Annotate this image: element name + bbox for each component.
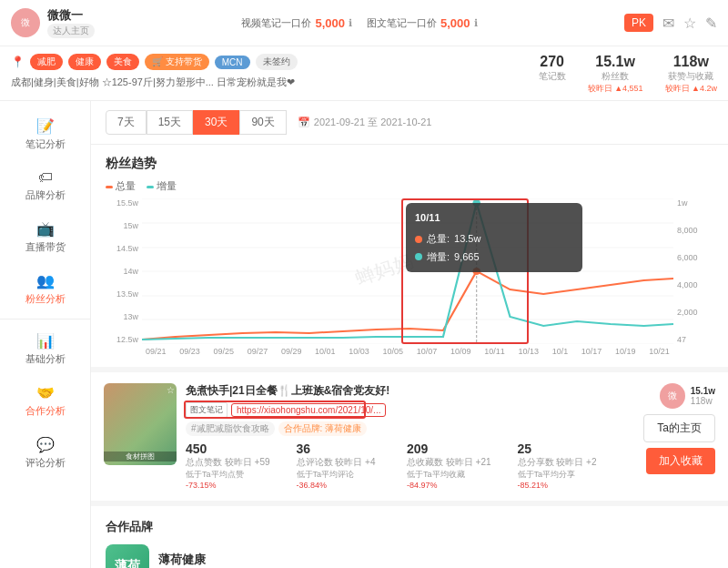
- pk-button[interactable]: PK: [624, 14, 653, 32]
- location-icon: 📍: [11, 56, 25, 68]
- sidebar-item-coop[interactable]: 🤝 合作分析: [0, 375, 90, 427]
- user-badge: 达人主页: [47, 24, 95, 38]
- note-stat-comments: 36 总评论数 较昨日 +4 低于Ta平均评论 -36.84%: [297, 441, 404, 490]
- tooltip-increase-label: 增量:: [427, 248, 450, 267]
- sidebar-fans-label: 粉丝分析: [25, 292, 66, 306]
- tag-food: 美食: [106, 54, 139, 70]
- tag-support: 🛒 支持带货: [145, 54, 209, 70]
- profile-stats: 270 笔记数 15.1w 粉丝数 较昨日 ▲4,551 118w 获赞与收藏 …: [539, 54, 717, 95]
- y-label-7: 12.5w: [106, 335, 138, 344]
- brand-logo-text: 薄荷: [115, 558, 140, 568]
- time-btn-30[interactable]: 30天: [193, 110, 239, 135]
- date-range-text: 2021-09-21 至 2021-10-21: [314, 116, 432, 129]
- stat-fans-label: 粉丝数: [588, 70, 643, 83]
- date-range: 📅 2021-09-21 至 2021-10-21: [298, 116, 432, 129]
- live-icon: 📺: [36, 220, 55, 238]
- chart-legend: 总量 增量: [106, 179, 713, 193]
- tag-mcn: MCN: [215, 56, 250, 69]
- y-label-4: 14w: [106, 267, 138, 276]
- note-card-right: 微 15.1w 118w Ta的主页 加入收藏: [633, 383, 715, 490]
- note-user-fans: 15.1w: [691, 386, 715, 396]
- fans-icon: 👥: [36, 272, 55, 289]
- sidebar-item-live[interactable]: 📺 直播带货: [0, 211, 90, 263]
- note-image: 食材拼图 ☆: [104, 383, 177, 465]
- stat-fans-sub: 较昨日 ▲4,551: [588, 83, 643, 95]
- image-note-label: 图文笔记一口价: [367, 16, 437, 30]
- sidebar-brand-label: 品牌分析: [25, 188, 66, 202]
- stat-collect-val: 118w: [665, 54, 717, 70]
- sidebar-item-notes[interactable]: 📝 笔记分析: [0, 108, 90, 160]
- brand-icon: 🏷: [38, 169, 53, 186]
- sidebar-basic-label: 基础分析: [25, 352, 66, 366]
- tooltip-total-label: 总量:: [427, 230, 450, 248]
- stat-collect-label: 获赞与收藏: [665, 70, 717, 83]
- price-info-area: 视频笔记一口价 5,000 ℹ 图文笔记一口价 5,000 ℹ: [241, 16, 477, 30]
- user-main-page-button[interactable]: Ta的主页: [643, 414, 715, 442]
- note-user-mini: 微 15.1w 118w: [660, 383, 715, 409]
- y-right-2: 8,000: [677, 226, 713, 235]
- profile-left: 📍 减肥 健康 美食 🛒 支持带货 MCN 未签约 成都|健身|美食|好物 ☆1…: [11, 54, 298, 89]
- video-note-price-box: 视频笔记一口价 5,000 ℹ: [241, 16, 352, 30]
- top-bar: 微 微微一 达人主页 视频笔记一口价 5,000 ℹ 图文笔记一口价 5,000…: [0, 0, 728, 46]
- image-note-info-icon[interactable]: ℹ: [474, 17, 478, 29]
- sidebar-item-comment[interactable]: 💬 评论分析: [0, 427, 90, 479]
- tooltip-date: 10/11: [415, 209, 573, 228]
- add-to-favorites-button[interactable]: 加入收藏: [646, 448, 715, 474]
- note-tag-brand: 合作品牌: 薄荷健康: [278, 421, 368, 436]
- stat-collect-sub: 较昨日 ▲4.2w: [665, 83, 717, 95]
- note-tag-diet: #减肥减脂饮食攻略: [186, 421, 275, 436]
- stat-fans: 15.1w 粉丝数 较昨日 ▲4,551: [588, 54, 643, 95]
- sidebar-item-basic[interactable]: 📊 基础分析: [0, 323, 90, 375]
- time-filter: 7天 15天 30天 90天 📅 2021-09-21 至 2021-10-21: [91, 101, 728, 145]
- time-btn-15[interactable]: 15天: [147, 110, 193, 135]
- star-icon[interactable]: ☆: [683, 15, 696, 32]
- time-btn-7[interactable]: 7天: [106, 110, 147, 135]
- y-label-1: 15.5w: [106, 198, 138, 208]
- sidebar-comment-label: 评论分析: [25, 456, 66, 470]
- time-btn-90[interactable]: 90天: [239, 110, 286, 135]
- brand-logo: 薄荷: [106, 544, 149, 568]
- tag-diet: 减肥: [30, 54, 63, 70]
- message-icon[interactable]: ✉: [662, 15, 674, 32]
- calendar-icon: 📅: [298, 117, 310, 128]
- chart-line-total: [142, 271, 673, 340]
- brand-name: 薄荷健康: [158, 552, 246, 568]
- tooltip-total-val: 13.5w: [454, 230, 480, 248]
- notes-icon: 📝: [36, 117, 55, 135]
- tag-health: 健康: [68, 54, 101, 70]
- sidebar-item-brand[interactable]: 🏷 品牌分析: [0, 160, 90, 211]
- y-label-3: 14.5w: [106, 244, 138, 253]
- note-url[interactable]: https://xiaohongshu.com/2021/10/...: [231, 403, 386, 417]
- sidebar: 📝 笔记分析 🏷 品牌分析 📺 直播带货 👥 粉丝分析 📊 基础分析 🤝 合作分…: [0, 101, 91, 568]
- brand-section: 合作品牌 薄荷 薄荷健康 小红书号: 274904000: [91, 506, 728, 568]
- comment-icon: 💬: [36, 436, 55, 453]
- tooltip-increase: 增量: 9,665: [415, 248, 573, 267]
- chart-title: 粉丝趋势: [106, 156, 713, 172]
- video-note-value: 5,000: [315, 16, 345, 30]
- brand-section-title: 合作品牌: [106, 519, 713, 535]
- y-right-6: 47: [677, 335, 713, 344]
- note-user-collect: 118w: [691, 396, 715, 406]
- note-title: 免煮快手|21日全餐🍴上班族&宿舍党友好!: [186, 383, 624, 399]
- chart-section: 粉丝趋势 总量 增量 15.5w 15w 14.5w 14w 13: [91, 145, 728, 367]
- basic-icon: 📊: [36, 332, 55, 350]
- stat-collect: 118w 获赞与收藏 较昨日 ▲4.2w: [665, 54, 717, 95]
- y-right-3: 6,000: [677, 253, 713, 262]
- sidebar-notes-label: 笔记分析: [25, 137, 66, 151]
- video-note-info-icon[interactable]: ℹ: [349, 17, 352, 29]
- stat-notes-val: 270: [539, 54, 566, 70]
- stat-notes: 270 笔记数: [539, 54, 566, 95]
- tooltip-increase-val: 9,665: [454, 248, 480, 267]
- legend-total: 总量: [106, 179, 136, 193]
- tag-unsigned: 未签约: [256, 54, 298, 70]
- note-tags: #减肥减脂饮食攻略 合作品牌: 薄荷健康: [186, 421, 624, 436]
- edit-icon[interactable]: ✎: [705, 15, 717, 32]
- note-type-badge: 图文笔记: [186, 402, 228, 418]
- note-card: 食材拼图 ☆ 免煮快手|21日全餐🍴上班族&宿舍党友好! 图文笔记 https:…: [91, 372, 728, 501]
- top-bar-left: 微 微微一 达人主页: [11, 7, 95, 38]
- y-right-4: 4,000: [677, 280, 713, 289]
- stat-fans-val: 15.1w: [588, 54, 643, 70]
- sidebar-item-fans[interactable]: 👥 粉丝分析: [0, 263, 90, 315]
- main-layout: 📝 笔记分析 🏷 品牌分析 📺 直播带货 👥 粉丝分析 📊 基础分析 🤝 合作分…: [0, 101, 728, 568]
- sidebar-live-label: 直播带货: [25, 240, 66, 254]
